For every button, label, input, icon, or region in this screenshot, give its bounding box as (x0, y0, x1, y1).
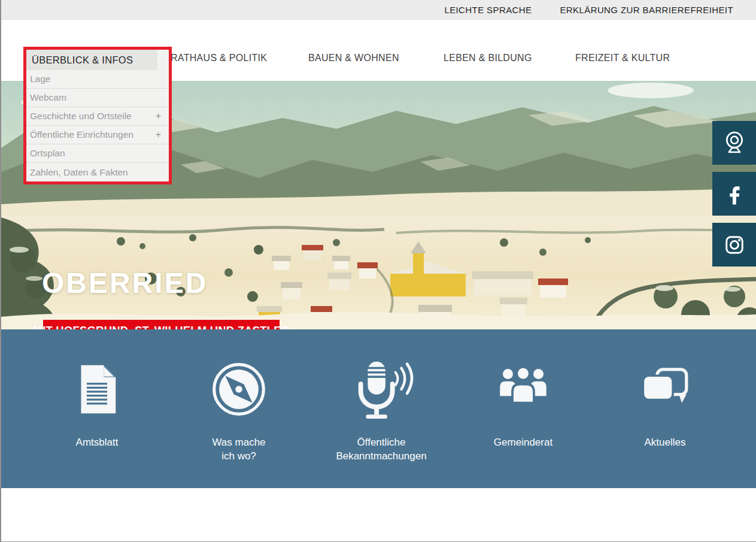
quicklink-label: Gemeinderat (457, 436, 589, 450)
quicklink-aktuelles[interactable]: Aktuelles (599, 356, 731, 450)
facebook-icon (721, 181, 748, 207)
menu-item-label: Öffentliche Einrichtungen (30, 129, 133, 140)
quicklinks-section: Amtsblatt Was mache ich wo? (1, 329, 756, 488)
link-barrierefreiheit[interactable]: ERKLÄRUNG ZUR BARRIEREFREIHEIT (560, 5, 733, 15)
footer-whitespace (1, 488, 756, 542)
quicklink-label: Was mache ich wo? (173, 436, 305, 464)
dropdown-menu: Lage Webcam Geschichte und Ortsteile + Ö… (26, 70, 169, 181)
nav-item-bauen-wohnen[interactable]: BAUEN & WOHNEN (308, 53, 399, 63)
webcam-button[interactable] (712, 121, 756, 165)
webcam-icon (721, 129, 748, 157)
instagram-button[interactable] (712, 223, 756, 267)
microphone-icon (348, 357, 415, 422)
nav-item-ueberblick-infos[interactable]: ÜBERBLICK & INFOS (26, 50, 157, 70)
nav-item-leben-bildung[interactable]: LEBEN & BILDUNG (444, 53, 532, 63)
instagram-icon (721, 231, 748, 259)
facebook-button[interactable] (712, 172, 756, 216)
menu-item-oeffentliche-einrichtungen[interactable]: Öffentliche Einrichtungen + (26, 126, 169, 144)
quicklink-label: Öffentliche Bekanntmachungen (315, 436, 447, 464)
page: LEICHTE SPRACHE ERKLÄRUNG ZUR BARRIEREFR… (0, 0, 756, 542)
document-icon (74, 362, 120, 416)
utility-bar: LEICHTE SPRACHE ERKLÄRUNG ZUR BARRIEREFR… (1, 0, 756, 20)
quicklink-was-mache-ich-wo[interactable]: Was mache ich wo? (173, 356, 305, 464)
menu-item-label: Webcam (30, 92, 66, 103)
speech-bubbles-icon (636, 365, 694, 413)
quicklink-gemeinderat[interactable]: Gemeinderat (457, 356, 589, 450)
quicklink-bekanntmachungen[interactable]: Öffentliche Bekanntmachungen (315, 356, 447, 464)
menu-item-webcam[interactable]: Webcam (26, 89, 169, 107)
quicklink-label: Aktuelles (599, 436, 731, 450)
compass-icon (211, 361, 267, 417)
menu-item-label: Zahlen, Daten & Fakten (30, 167, 128, 178)
menu-item-label: Ortsplan (30, 148, 65, 159)
nav-item-freizeit-kultur[interactable]: FREIZEIT & KULTUR (575, 53, 670, 63)
expand-plus-icon[interactable]: + (156, 111, 161, 122)
menu-item-geschichte-ortsteile[interactable]: Geschichte und Ortsteile + (26, 107, 169, 126)
quicklink-label: Amtsblatt (31, 436, 163, 450)
menu-item-zahlen-daten-fakten[interactable]: Zahlen, Daten & Fakten (26, 163, 169, 181)
link-leichte-sprache[interactable]: LEICHTE SPRACHE (444, 5, 532, 15)
social-sidebar (712, 121, 756, 267)
nav-item-rathaus-politik[interactable]: RATHAUS & POLITIK (171, 53, 267, 63)
menu-item-label: Lage (30, 74, 50, 84)
subtitle-banner: MIT HOFSGRUND, ST. WILHELM UND ZASTLER (43, 320, 280, 329)
menu-item-lage[interactable]: Lage (26, 70, 169, 89)
people-icon (492, 365, 554, 413)
menu-item-label: Geschichte und Ortsteile (30, 111, 132, 122)
menu-item-ortsplan[interactable]: Ortsplan (26, 144, 169, 163)
expand-plus-icon[interactable]: + (156, 129, 161, 140)
page-title: OBERRIED (42, 269, 208, 298)
dropdown-highlight-box: ÜBERBLICK & INFOS Lage Webcam Geschichte… (23, 47, 172, 184)
quicklink-amtsblatt[interactable]: Amtsblatt (31, 356, 163, 450)
